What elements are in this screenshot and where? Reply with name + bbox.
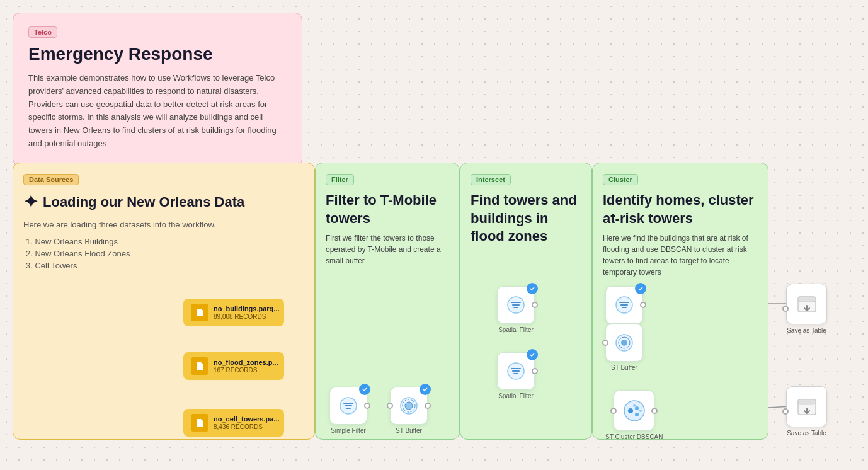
left-connector [387,403,393,409]
list-item: 2. New Orleans Flood Zones [26,249,304,258]
filter-icon [339,396,358,415]
datasources-badge: Data Sources [23,174,79,185]
save-table-top-box[interactable] [786,284,827,324]
intersect-card: Intersect Find towers and buildings in f… [460,163,592,440]
left-connector [602,340,608,346]
check-badge [527,283,538,294]
svg-point-11 [628,408,633,413]
spatial-filter-bottom-node[interactable]: Spatial Filter [497,352,535,399]
file-icon [191,304,208,321]
svg-point-8 [621,340,627,346]
st-buffer-filter-node[interactable]: ST Buffer [390,387,428,434]
save-table-top-node[interactable]: Save as Table [786,284,827,334]
cluster-spatial-filter-box[interactable] [605,286,643,324]
datasources-subtitle: Here we are loading three datasets into … [23,220,304,229]
intersect-title: Find towers and buildings in flood zones [471,192,581,246]
fleur-icon: ✦ [23,192,38,212]
st-buffer-filter-box[interactable] [390,387,428,425]
cluster-st-buffer-node[interactable]: ST Buffer [605,324,643,371]
right-connector [651,408,658,414]
right-connector [640,302,646,308]
datasources-card: Data Sources ✦ Loading our New Orleans D… [13,163,315,440]
check-badge [359,384,370,395]
spatial-filter-bottom-label: Spatial Filter [498,393,534,399]
spatial-filter-bottom-box[interactable] [497,352,535,390]
filter-badge: Filter [326,174,354,185]
simple-filter-node[interactable]: Simple Filter [329,387,367,434]
telco-card: Telco Emergency Response This example de… [13,13,302,166]
file-records: 167 RECORDS [214,367,278,374]
cluster-dbscan-label: ST Cluster DBSCAN [605,433,663,440]
svg-point-12 [635,406,639,410]
file-name: no_flood_zones.p... [214,358,278,366]
file-icon [191,357,208,375]
telco-badge: Telco [28,26,57,38]
svg-point-2 [405,402,413,410]
save-table-icon [797,294,817,314]
spatial-filter-icon [506,362,525,381]
filter-description: First we filter the towers to those oper… [326,232,449,267]
file-icon [191,414,208,432]
spatial-filter-icon [615,295,634,314]
right-connector [364,403,370,409]
save-table-top-label: Save as Table [787,327,826,334]
datasources-list: 1. New Orleans Buildings 2. New Orleans … [23,237,304,270]
svg-point-13 [635,413,639,416]
save-table-bottom-box[interactable] [786,386,827,427]
simple-filter-box[interactable] [329,387,367,425]
svg-rect-19 [798,399,816,404]
filter-title: Filter to T-Mobile towers [326,192,449,227]
spatial-filter-icon [506,295,525,314]
file-node-flodzones[interactable]: no_flood_zones.p... 167 RECORDS [183,352,284,380]
st-buffer-filter-label: ST Buffer [396,427,422,434]
svg-rect-17 [798,297,816,302]
file-records: 8,436 RECORDS [214,423,280,430]
intersect-badge: Intersect [471,174,511,185]
dbscan-icon [623,399,646,422]
cluster-description: Here we find the buildings that are at r… [603,232,758,278]
right-connector [532,368,538,374]
file-node-celltowers[interactable]: no_cell_towers.pa... 8,436 RECORDS [183,409,284,437]
check-badge [635,283,646,294]
file-name: no_cell_towers.pa... [214,415,280,423]
buffer-icon [399,396,418,415]
spatial-filter-top-box[interactable] [497,286,535,324]
svg-point-15 [639,410,642,412]
save-table-icon [797,397,817,417]
save-table-bottom-node[interactable]: Save as Table [786,386,827,437]
save-table-bottom-label: Save as Table [787,430,826,437]
filter-card: Filter Filter to T-Mobile towers First w… [315,163,460,440]
spatial-filter-top-node[interactable]: Spatial Filter [497,286,535,333]
left-connector [782,408,789,415]
cluster-st-buffer-box[interactable] [605,324,643,362]
telco-title: Emergency Response [28,44,287,64]
telco-description: This example demonstrates how to use Wor… [28,72,287,151]
right-connector [425,403,431,409]
cluster-st-buffer-label: ST Buffer [611,364,637,371]
spatial-filter-top-label: Spatial Filter [498,326,534,333]
right-connector [532,302,538,308]
list-item: 3. Cell Towers [26,261,304,270]
cluster-card: Cluster Identify homes, cluster at-risk … [592,163,768,440]
cluster-dbscan-box[interactable] [614,390,654,431]
left-connector [782,306,789,312]
datasources-heading: ✦ Loading our New Orleans Data [23,192,304,212]
left-connector [610,408,617,414]
list-item: 1. New Orleans Buildings [26,237,304,246]
check-badge [420,384,431,395]
svg-point-14 [633,404,636,407]
file-node-buildings[interactable]: no_buildings.parq... 89,008 RECORDS [183,299,284,326]
cluster-badge: Cluster [603,174,638,185]
cluster-title: Identify homes, cluster at-risk towers [603,192,758,227]
buffer-icon [615,333,634,352]
check-badge [527,349,538,360]
simple-filter-label: Simple Filter [331,427,366,434]
file-records: 89,008 RECORDS [214,313,280,320]
cluster-dbscan-node[interactable]: ST Cluster DBSCAN [605,390,663,440]
file-name: no_buildings.parq... [214,305,280,312]
